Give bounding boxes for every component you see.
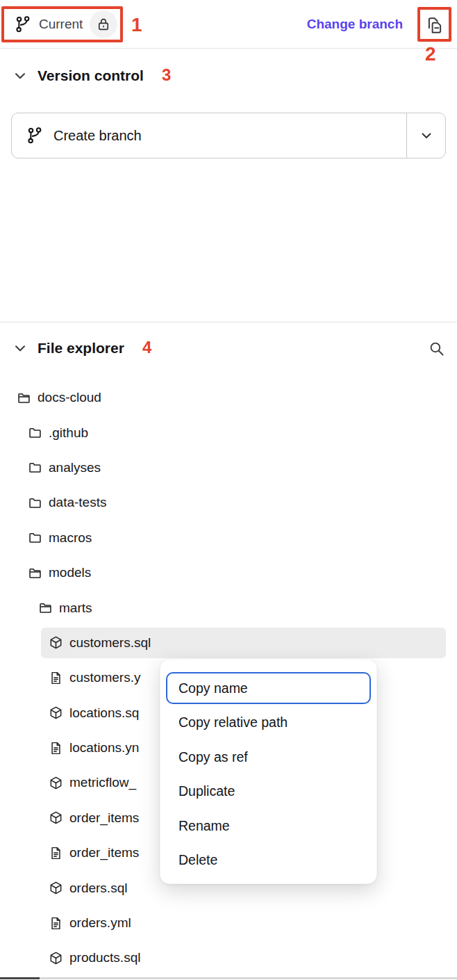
- create-branch-label: Create branch: [53, 128, 142, 144]
- menu-item-label: Copy as ref: [178, 749, 248, 765]
- context-menu-item[interactable]: Rename: [166, 810, 371, 842]
- git-branch-icon: [14, 15, 32, 33]
- create-branch-split-button: Create branch: [11, 113, 446, 158]
- chevron-down-icon: [418, 127, 435, 144]
- copy-branch-name-button[interactable]: [418, 8, 451, 42]
- document-icon: [49, 916, 63, 931]
- create-branch-dropdown-toggle[interactable]: [406, 113, 445, 158]
- folder-open-icon: [38, 601, 53, 615]
- file-tree-item[interactable]: products.sql: [0, 940, 457, 975]
- document-icon: [49, 741, 63, 756]
- menu-item-label: Copy name: [178, 680, 248, 696]
- file-name-label: order_items: [69, 810, 139, 826]
- context-menu-item[interactable]: Delete: [166, 844, 371, 876]
- folder-icon: [28, 460, 42, 475]
- menu-item-label: Rename: [178, 818, 230, 834]
- file-name-label: locations.yn: [69, 740, 139, 756]
- file-tree-item[interactable]: analyses: [0, 450, 457, 485]
- context-menu-item[interactable]: Copy as ref: [166, 741, 371, 773]
- file-name-label: models: [49, 565, 91, 580]
- file-explorer-title: File explorer: [38, 340, 124, 357]
- menu-item-label: Delete: [178, 852, 217, 868]
- model-cube-icon: [49, 705, 63, 720]
- file-name-label: products.sql: [69, 950, 140, 965]
- chevron-down-icon[interactable]: [11, 67, 29, 85]
- file-name-label: orders.sql: [69, 881, 127, 896]
- folder-icon: [28, 496, 42, 510]
- file-context-menu: Copy name Copy relative path Copy as ref…: [160, 659, 377, 884]
- file-name-label: metricflow_: [69, 775, 136, 790]
- context-menu-item[interactable]: Copy relative path: [166, 707, 371, 739]
- document-icon: [49, 671, 63, 685]
- model-cube-icon: [49, 881, 63, 895]
- folder-open-icon: [17, 391, 31, 405]
- file-tree-item[interactable]: data-tests: [0, 485, 457, 520]
- branch-toolbar: Current Change branch: [0, 0, 457, 49]
- file-tree-item[interactable]: .github: [0, 415, 457, 450]
- file-name-label: customers.sql: [69, 635, 151, 651]
- file-name-label: customers.y: [69, 670, 140, 685]
- change-branch-link[interactable]: Change branch: [307, 17, 403, 32]
- menu-item-label: Copy relative path: [178, 714, 288, 730]
- context-menu-item[interactable]: Copy name: [166, 672, 371, 704]
- file-tree-item[interactable]: macros: [0, 521, 457, 555]
- folder-icon: [28, 425, 42, 440]
- model-cube-icon: [49, 635, 63, 650]
- model-cube-icon: [49, 776, 63, 790]
- git-branch-icon: [26, 126, 44, 145]
- lock-icon: [96, 17, 111, 32]
- version-control-header: Version control 3: [0, 63, 457, 89]
- file-name-label: docs-cloud: [38, 390, 101, 405]
- bottom-strip-light-segment: [40, 977, 457, 979]
- chevron-down-icon[interactable]: [11, 339, 29, 357]
- current-branch-label: Current: [39, 17, 83, 32]
- file-name-label: order_items: [69, 845, 139, 860]
- annotation-number-3: 3: [162, 65, 171, 85]
- ide-sidebar: Current Change branch 1 2 Version contro…: [0, 0, 457, 980]
- create-branch-button[interactable]: Create branch: [12, 113, 406, 158]
- file-name-label: .github: [49, 425, 88, 441]
- context-menu-item[interactable]: Duplicate: [166, 776, 371, 808]
- model-cube-icon: [49, 810, 63, 825]
- branch-lock-badge: [90, 10, 117, 38]
- file-explorer-header: File explorer 4: [0, 335, 457, 361]
- file-tree-item[interactable]: docs-cloud: [0, 380, 457, 415]
- model-cube-icon: [49, 951, 63, 965]
- menu-item-label: Duplicate: [178, 783, 235, 799]
- current-branch-button[interactable]: Current: [14, 10, 117, 38]
- file-name-label: analyses: [49, 460, 101, 475]
- file-name-label: macros: [49, 530, 92, 546]
- bottom-strip-dark-segment: [0, 977, 40, 979]
- file-tree-item[interactable]: models: [0, 555, 457, 590]
- section-divider: [0, 322, 457, 322]
- version-control-title: Version control: [38, 67, 144, 84]
- file-name-label: locations.sq: [69, 705, 139, 721]
- file-name-label: marts: [59, 601, 92, 616]
- search-icon[interactable]: [427, 339, 446, 358]
- file-tree-item[interactable]: marts: [0, 590, 457, 625]
- file-tree-item[interactable]: customers.sql: [0, 626, 457, 660]
- folder-open-icon: [28, 566, 42, 580]
- document-icon: [49, 846, 63, 860]
- file-name-label: data-tests: [49, 495, 106, 510]
- copy-icon: [424, 15, 445, 35]
- bottom-edge-strip: [0, 977, 457, 979]
- folder-icon: [28, 530, 42, 545]
- file-tree-item[interactable]: orders.yml: [0, 906, 457, 940]
- annotation-number-4: 4: [142, 338, 151, 357]
- file-name-label: orders.yml: [69, 915, 131, 931]
